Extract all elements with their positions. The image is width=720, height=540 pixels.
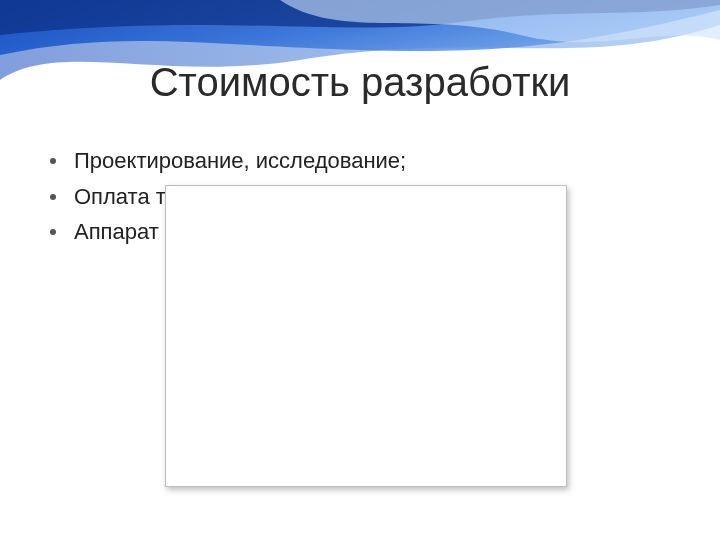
bullet-dot-icon xyxy=(50,229,56,235)
slide: Стоимость разработки Проектирование, исс… xyxy=(0,0,720,540)
slide-title: Стоимость разработки xyxy=(0,60,720,105)
list-item: Проектирование, исследование; xyxy=(50,146,670,176)
blank-overlay-box xyxy=(165,185,567,487)
list-item-text: Проектирование, исследование; xyxy=(74,146,670,176)
bullet-dot-icon xyxy=(50,158,56,164)
bullet-dot-icon xyxy=(50,194,56,200)
